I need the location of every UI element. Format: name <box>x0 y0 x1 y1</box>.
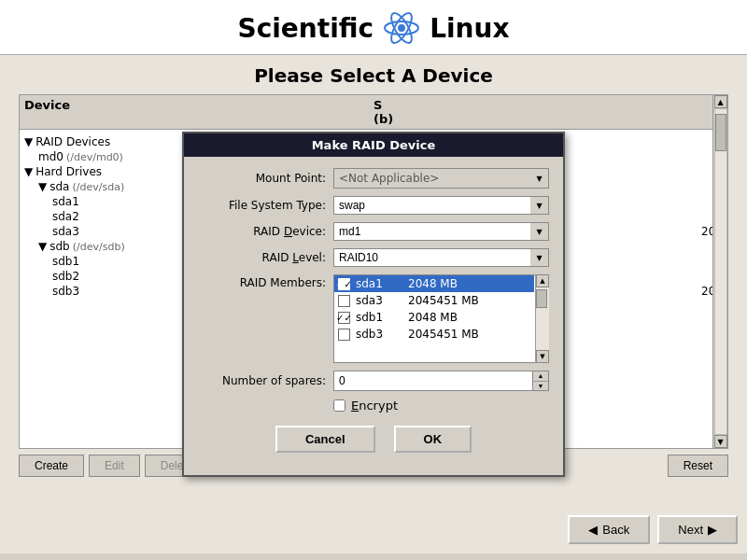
spares-spinners: ▲ ▼ <box>533 371 549 391</box>
raid-level-select[interactable]: RAID0 RAID1 RAID5 RAID6 RAID10 <box>333 248 549 267</box>
members-scroll-down[interactable]: ▼ <box>536 350 549 363</box>
member-sdb1[interactable]: ✓ sdb1 2048 MB <box>334 309 534 326</box>
dialog-title-bar: Make RAID Device <box>184 133 563 157</box>
member-sda3-name: sda3 <box>356 294 402 307</box>
raid-members-control: ✓ sda1 2048 MB sda3 2045451 MB <box>333 274 549 363</box>
members-list[interactable]: ✓ sda1 2048 MB sda3 2045451 MB <box>333 274 549 363</box>
app-title: Scientific Linux <box>238 9 510 47</box>
dialog-overlay: Make RAID Device Mount Point: <Not Appli… <box>0 55 747 553</box>
mount-point-control: <Not Applicable> ▼ <box>333 168 549 189</box>
cancel-button[interactable]: Cancel <box>275 426 375 453</box>
spares-up-button[interactable]: ▲ <box>533 371 548 382</box>
raid-members-label: RAID Members: <box>198 274 333 289</box>
raid-level-control: RAID0 RAID1 RAID5 RAID6 RAID10 ▼ <box>333 248 549 267</box>
members-scroll-up[interactable]: ▲ <box>536 274 549 287</box>
main-area: Please Select A Device Device S(b) ▼ RAI… <box>0 55 747 553</box>
mount-point-row: Mount Point: <Not Applicable> ▼ <box>198 168 549 189</box>
raid-device-select[interactable]: md0 md1 md2 md3 <box>333 222 549 241</box>
encrypt-checkbox[interactable] <box>333 399 345 412</box>
member-sdb1-checkbox[interactable]: ✓ <box>338 312 350 324</box>
raid-members-row: RAID Members: ✓ sda1 2048 MB <box>198 274 549 363</box>
spares-row: Number of spares: ▲ ▼ <box>198 371 549 391</box>
dialog-title: Make RAID Device <box>312 138 436 152</box>
mount-point-wrapper: <Not Applicable> ▼ <box>333 168 549 189</box>
mount-point-label: Mount Point: <box>198 172 333 185</box>
mount-point-input: <Not Applicable> <box>333 168 549 189</box>
members-list-wrapper: ✓ sda1 2048 MB sda3 2045451 MB <box>333 274 549 363</box>
members-scroll-thumb[interactable] <box>536 289 547 308</box>
filesystem-control: swap ext4 ext3 ext2 xfs ▼ <box>333 196 549 215</box>
member-sda3[interactable]: sda3 2045451 MB <box>334 292 534 309</box>
member-sdb3-checkbox[interactable] <box>338 329 350 341</box>
encrypt-label: Encrypt <box>351 399 398 413</box>
ok-button[interactable]: OK <box>394 426 472 453</box>
spares-down-button[interactable]: ▼ <box>533 382 548 391</box>
members-scrollbar[interactable]: ▲ ▼ <box>535 274 549 363</box>
filesystem-label: File System Type: <box>198 199 333 212</box>
raid-level-label: RAID Level: <box>198 251 333 264</box>
filesystem-wrapper: swap ext4 ext3 ext2 xfs ▼ <box>333 196 549 215</box>
raid-level-row: RAID Level: RAID0 RAID1 RAID5 RAID6 RAID… <box>198 248 549 267</box>
filesystem-select[interactable]: swap ext4 ext3 ext2 xfs <box>333 196 549 215</box>
member-sda1-size: 2048 MB <box>408 277 530 290</box>
member-sda3-size: 2045451 MB <box>408 294 530 307</box>
atom-icon <box>383 9 420 47</box>
dialog-buttons: Cancel OK <box>198 418 549 464</box>
member-sda3-checkbox[interactable] <box>338 295 350 307</box>
header: Scientific Linux <box>0 0 747 55</box>
raid-device-wrapper: md0 md1 md2 md3 ▼ <box>333 222 549 241</box>
spares-input[interactable] <box>333 371 533 391</box>
spares-label: Number of spares: <box>198 374 333 387</box>
make-raid-dialog: Make RAID Device Mount Point: <Not Appli… <box>182 132 565 477</box>
title-part1: Scientific <box>238 13 374 44</box>
member-sdb3-size: 2045451 MB <box>408 328 530 341</box>
member-sdb3[interactable]: sdb3 2045451 MB <box>334 326 534 343</box>
filesystem-row: File System Type: swap ext4 ext3 ext2 xf… <box>198 196 549 215</box>
raid-device-control: md0 md1 md2 md3 ▼ <box>333 222 549 241</box>
svg-point-0 <box>398 24 405 32</box>
raid-level-wrapper: RAID0 RAID1 RAID5 RAID6 RAID10 ▼ <box>333 248 549 267</box>
member-sdb3-name: sdb3 <box>356 328 402 341</box>
members-scroll-track[interactable] <box>536 287 549 350</box>
member-sda1-name: sda1 <box>356 277 402 290</box>
raid-device-row: RAID Device: md0 md1 md2 md3 ▼ <box>198 222 549 241</box>
encrypt-row: Encrypt <box>198 399 549 413</box>
member-sda1[interactable]: ✓ sda1 2048 MB <box>334 275 534 292</box>
dialog-body: Mount Point: <Not Applicable> ▼ File Sys… <box>184 157 563 475</box>
spares-wrapper: ▲ ▼ <box>333 371 549 391</box>
raid-device-label: RAID Device: <box>198 225 333 238</box>
member-sdb1-name: sdb1 <box>356 311 402 324</box>
member-sdb1-size: 2048 MB <box>408 311 530 324</box>
member-sda1-checkbox[interactable]: ✓ <box>338 278 350 290</box>
spares-control: ▲ ▼ <box>333 371 549 391</box>
title-part2: Linux <box>430 13 509 44</box>
